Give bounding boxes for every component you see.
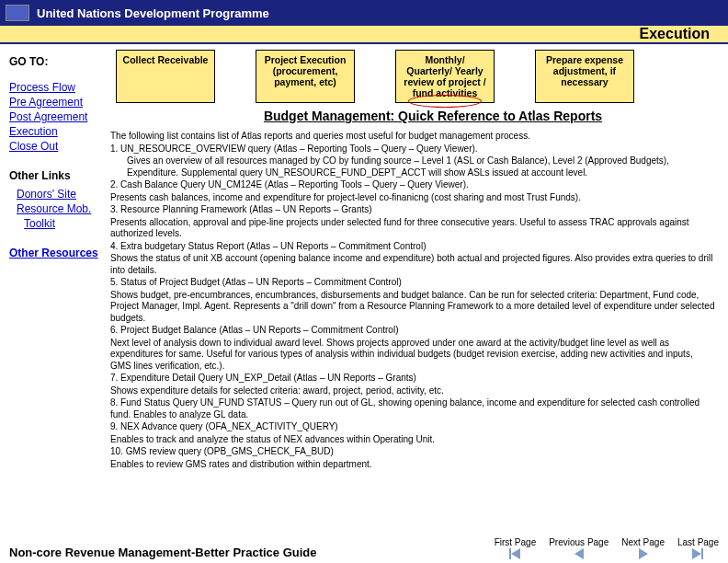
nav-prev[interactable]: Previous Page <box>549 538 609 560</box>
nav-next[interactable]: Next Page <box>621 538 665 560</box>
link-toolkit[interactable]: Toolkit <box>24 217 105 230</box>
flow-project: Project Execution (procurement, payment,… <box>256 50 355 103</box>
nav-last-label: Last Page <box>677 538 719 548</box>
main-content: Collect Receivable Project Execution (pr… <box>110 44 728 541</box>
top-bar: Execution <box>0 26 728 44</box>
goto-label: GO TO: <box>9 55 105 68</box>
nav-first[interactable]: First Page <box>495 538 537 560</box>
next-page-icon <box>639 548 648 559</box>
body-text: The following list contains list of Atla… <box>110 131 719 470</box>
first-page-icon <box>509 548 520 559</box>
link-process-flow[interactable]: Process Flow <box>9 81 105 94</box>
link-post-agreement[interactable]: Post Agreement <box>9 110 105 123</box>
nav-last[interactable]: Last Page <box>677 538 719 560</box>
link-execution[interactable]: Execution <box>9 125 105 138</box>
item-1-desc: Gives an overview of all resources manag… <box>127 155 715 178</box>
flow-collect: Collect Receivable <box>116 50 215 103</box>
item-9-desc: Enables to track and analyze the status … <box>110 434 715 446</box>
item-5: 5. Status of Project Budget (Atlas – UN … <box>110 277 715 289</box>
link-donors-site[interactable]: Donors' Site <box>17 188 105 201</box>
link-resource-mob[interactable]: Resource Mob. <box>17 202 105 215</box>
flow-review: Monthly/ Quarterly/ Yearly review of pro… <box>395 50 495 103</box>
item-7: 7. Expenditure Detail Query UN_EXP_Detai… <box>110 373 715 385</box>
header-org: United Nations Development Programme <box>37 6 269 20</box>
other-links-label: Other Links <box>9 169 105 182</box>
flow-review-text: Monthly/ Quarterly/ Yearly review of pro… <box>404 54 485 98</box>
last-page-icon <box>692 548 703 559</box>
item-5-desc: Shows budget, pre-encumbrances, encumbra… <box>110 290 715 325</box>
link-pre-agreement[interactable]: Pre Agreement <box>9 96 105 109</box>
item-7-desc: Shows expenditure details for selected c… <box>110 385 715 397</box>
item-9: 9. NEX Advance query (OFA_NEX_ACTIVITY_Q… <box>110 421 715 433</box>
section-heading: Budget Management: Quick Reference to At… <box>147 109 719 123</box>
item-4-desc: Shows the status of unit XB account (ope… <box>110 253 715 276</box>
flow-row: Collect Receivable Project Execution (pr… <box>116 50 719 103</box>
prev-page-icon <box>574 548 584 559</box>
item-1: 1. UN_RESOURCE_OVERVIEW query (Atlas – R… <box>110 144 715 155</box>
item-3-desc: Presents allocation, approval and pipe-l… <box>110 217 715 240</box>
footer: Non-core Revenue Management-Better Pract… <box>9 538 719 560</box>
link-other-resources[interactable]: Other Resources <box>9 247 105 259</box>
page-title: Execution <box>640 26 710 42</box>
item-6-desc: Next level of analysis down to individua… <box>110 338 715 373</box>
item-10-desc: Enables to review GMS rates and distribu… <box>110 459 715 471</box>
item-10: 10. GMS review query (OPB_GMS_CHECK_FA_B… <box>110 446 715 458</box>
item-3: 3. Resource Planning Framework (Atlas – … <box>110 204 715 216</box>
nav-first-label: First Page <box>495 538 537 548</box>
item-4: 4. Extra budgetary Status Report (Atlas … <box>110 241 715 253</box>
undp-logo <box>6 5 29 21</box>
item-2-desc: Presents cash balances, income and expen… <box>110 192 715 204</box>
item-6: 6. Project Budget Balance (Atlas – UN Re… <box>110 325 715 337</box>
item-2: 2. Cash Balance Query UN_CM124E (Atlas –… <box>110 179 715 191</box>
footer-title: Non-core Revenue Management-Better Pract… <box>9 546 316 559</box>
link-close-out[interactable]: Close Out <box>9 140 105 153</box>
sidebar: GO TO: Process Flow Pre Agreement Post A… <box>0 44 110 541</box>
intro: The following list contains list of Atla… <box>110 131 715 143</box>
nav-prev-label: Previous Page <box>549 538 609 548</box>
page-nav: First Page Previous Page Next Page Last … <box>495 538 719 560</box>
header-bar: United Nations Development Programme <box>0 0 728 26</box>
nav-next-label: Next Page <box>621 538 665 548</box>
item-8: 8. Fund Status Query UN_FUND STATUS – Qu… <box>110 397 715 420</box>
flow-adjust: Prepare expense adjustment, if necessary <box>535 50 634 103</box>
